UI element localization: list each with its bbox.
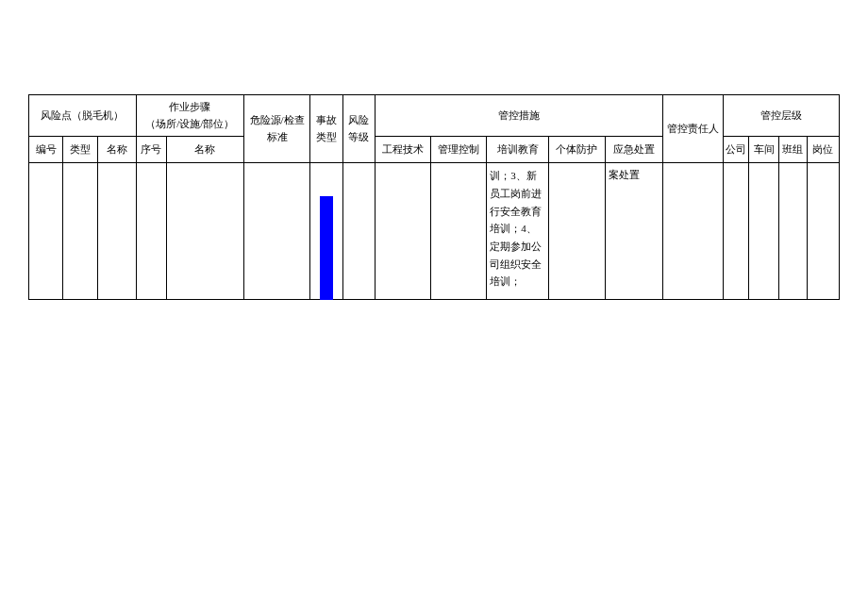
col-individual-protect: 个体防护 (549, 137, 605, 163)
col-hazard-source: 危险源/检查标准 (243, 95, 310, 163)
col-risk-level: 风险等级 (342, 95, 375, 163)
col-control-hierarchy: 管控层级 (723, 95, 839, 137)
col-control-measures: 管控措施 (375, 95, 662, 137)
header-row-1: 风险点（脱毛机） 作业步骤 （场所/设施/部位） 危险源/检查标准 事故类型 风… (29, 95, 840, 137)
cell-eng-tech (375, 163, 430, 300)
cell-name (97, 163, 136, 300)
risk-control-table: 风险点（脱毛机） 作业步骤 （场所/设施/部位） 危险源/检查标准 事故类型 风… (28, 94, 840, 300)
cell-mgmt-control (431, 163, 487, 300)
cell-position (807, 163, 839, 300)
cell-accident-type (310, 163, 342, 300)
cell-training-edu: 训；3、新员工岗前进行安全教育培训；4、定期参加公司组织安全培训； (487, 163, 549, 300)
cell-serial-no (29, 163, 63, 300)
col-emergency: 应急处置 (605, 137, 663, 163)
col-name: 名称 (97, 137, 136, 163)
blue-marker (320, 196, 333, 300)
col-position: 岗位 (807, 137, 839, 163)
cell-control-responsible (663, 163, 724, 300)
col-eng-tech: 工程技术 (375, 137, 430, 163)
col-risk-point: 风险点（脱毛机） (29, 95, 137, 137)
col-workshop: 车间 (749, 137, 779, 163)
col-serial-no: 编号 (29, 137, 63, 163)
cell-step-name (166, 163, 243, 300)
col-control-responsible: 管控责任人 (663, 95, 724, 163)
col-training-edu: 培训教育 (487, 137, 549, 163)
cell-type (63, 163, 97, 300)
data-row: 训；3、新员工岗前进行安全教育培训；4、定期参加公司组织安全培训； 案处置 (29, 163, 840, 300)
cell-risk-level (342, 163, 375, 300)
cell-company (723, 163, 748, 300)
col-step-no: 序号 (136, 137, 166, 163)
cell-individual-protect (549, 163, 605, 300)
col-company: 公司 (723, 137, 748, 163)
col-accident-type: 事故类型 (310, 95, 342, 163)
col-mgmt-control: 管理控制 (431, 137, 487, 163)
cell-team (779, 163, 808, 300)
col-team: 班组 (779, 137, 808, 163)
cell-emergency: 案处置 (605, 163, 663, 300)
cell-workshop (749, 163, 779, 300)
cell-step-no (136, 163, 166, 300)
cell-hazard-source (243, 163, 310, 300)
col-type: 类型 (63, 137, 97, 163)
col-work-steps: 作业步骤 （场所/设施/部位） (136, 95, 243, 137)
col-step-name: 名称 (166, 137, 243, 163)
